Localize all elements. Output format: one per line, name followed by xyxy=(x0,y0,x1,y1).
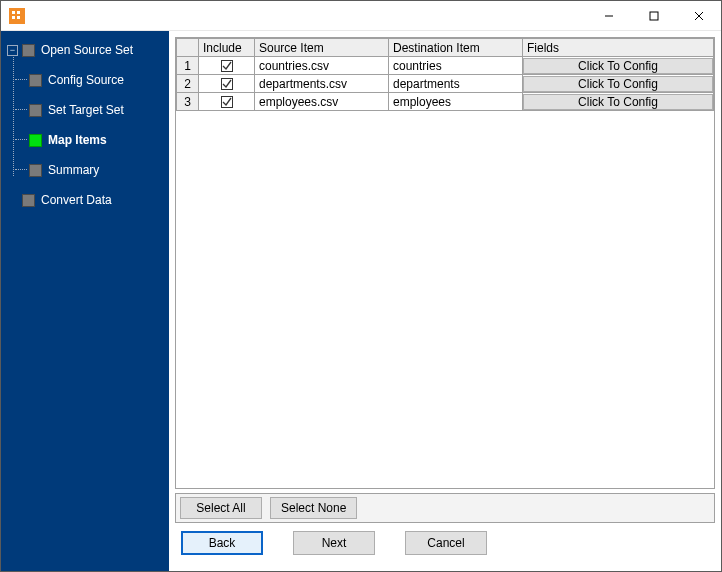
cancel-button[interactable]: Cancel xyxy=(405,531,487,555)
maximize-icon xyxy=(649,11,659,21)
source-item-cell[interactable]: employees.csv xyxy=(255,93,389,111)
tree-connector xyxy=(15,109,27,110)
row-number: 1 xyxy=(177,57,199,75)
tree-node-config-source[interactable]: Config Source xyxy=(29,69,165,91)
table-row[interactable]: 2departments.csvdepartmentsClick To Conf… xyxy=(177,75,714,93)
tree-node-convert-data[interactable]: Convert Data xyxy=(7,189,165,211)
titlebar xyxy=(1,1,721,31)
config-fields-button[interactable]: Click To Config xyxy=(523,76,713,92)
tree-line xyxy=(13,51,14,176)
close-icon xyxy=(694,11,704,21)
tree-connector xyxy=(15,169,27,170)
grid-corner xyxy=(177,39,199,57)
tree-node-summary[interactable]: Summary xyxy=(29,159,165,181)
svg-rect-1 xyxy=(650,12,658,20)
tree-connector xyxy=(15,79,27,80)
selection-bar: Select All Select None xyxy=(175,493,715,523)
tree-box-icon xyxy=(29,74,42,87)
destination-item-cell[interactable]: countries xyxy=(389,57,523,75)
maximize-button[interactable] xyxy=(631,1,676,30)
tree-node-set-target-set[interactable]: Set Target Set xyxy=(29,99,165,121)
next-button[interactable]: Next xyxy=(293,531,375,555)
table-row[interactable]: 3employees.csvemployeesClick To Config xyxy=(177,93,714,111)
table-row[interactable]: 1countries.csvcountriesClick To Config xyxy=(177,57,714,75)
tree-label: Config Source xyxy=(48,73,124,87)
destination-item-cell[interactable]: employees xyxy=(389,93,523,111)
back-button[interactable]: Back xyxy=(181,531,263,555)
fields-cell: Click To Config xyxy=(523,57,714,75)
app-icon xyxy=(9,8,25,24)
checkbox-icon[interactable] xyxy=(221,78,233,90)
main-panel: Include Source Item Destination Item Fie… xyxy=(169,31,721,571)
tree-node-open-source-set[interactable]: − Open Source Set xyxy=(7,39,165,61)
tree-expander-icon[interactable]: − xyxy=(7,45,18,56)
col-header-include[interactable]: Include xyxy=(199,39,255,57)
close-button[interactable] xyxy=(676,1,721,30)
checkbox-icon[interactable] xyxy=(221,60,233,72)
items-grid: Include Source Item Destination Item Fie… xyxy=(176,38,714,111)
select-none-button[interactable]: Select None xyxy=(270,497,357,519)
wizard-sidebar: − Open Source Set Config Source Set Targ… xyxy=(1,31,169,571)
tree-label: Set Target Set xyxy=(48,103,124,117)
items-grid-wrap: Include Source Item Destination Item Fie… xyxy=(175,37,715,489)
grid-header-row: Include Source Item Destination Item Fie… xyxy=(177,39,714,57)
fields-cell: Click To Config xyxy=(523,93,714,111)
tree-node-map-items[interactable]: Map Items xyxy=(29,129,165,151)
tree-label: Convert Data xyxy=(41,193,112,207)
col-header-fields[interactable]: Fields xyxy=(523,39,714,57)
tree-box-icon xyxy=(22,44,35,57)
destination-item-cell[interactable]: departments xyxy=(389,75,523,93)
source-item-cell[interactable]: countries.csv xyxy=(255,57,389,75)
include-cell[interactable] xyxy=(199,57,255,75)
tree-connector xyxy=(15,139,27,140)
tree-box-icon xyxy=(29,104,42,117)
fields-cell: Click To Config xyxy=(523,75,714,93)
window-body: − Open Source Set Config Source Set Targ… xyxy=(1,31,721,571)
row-number: 3 xyxy=(177,93,199,111)
source-item-cell[interactable]: departments.csv xyxy=(255,75,389,93)
tree-box-icon xyxy=(29,164,42,177)
include-cell[interactable] xyxy=(199,75,255,93)
col-header-source[interactable]: Source Item xyxy=(255,39,389,57)
minimize-icon xyxy=(604,11,614,21)
include-cell[interactable] xyxy=(199,93,255,111)
tree-label: Map Items xyxy=(48,133,107,147)
checkbox-icon[interactable] xyxy=(221,96,233,108)
select-all-button[interactable]: Select All xyxy=(180,497,262,519)
tree-box-icon xyxy=(22,194,35,207)
wizard-footer: Back Next Cancel xyxy=(175,523,715,565)
tree-label: Open Source Set xyxy=(41,43,133,57)
tree-label: Summary xyxy=(48,163,99,177)
col-header-dest[interactable]: Destination Item xyxy=(389,39,523,57)
minimize-button[interactable] xyxy=(586,1,631,30)
tree-box-icon xyxy=(29,134,42,147)
config-fields-button[interactable]: Click To Config xyxy=(523,58,713,74)
row-number: 2 xyxy=(177,75,199,93)
app-window: − Open Source Set Config Source Set Targ… xyxy=(0,0,722,572)
config-fields-button[interactable]: Click To Config xyxy=(523,94,713,110)
